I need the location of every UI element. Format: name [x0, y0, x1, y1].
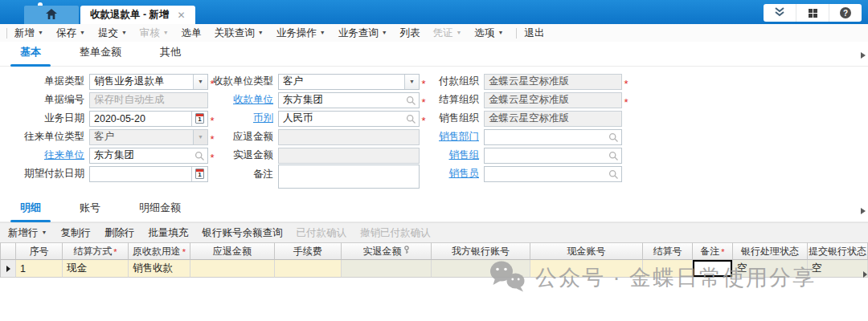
home-icon	[46, 8, 57, 22]
col-our-bank-account[interactable]: 我方银行账号	[432, 242, 530, 260]
col-actual-refund-amount[interactable]: 实退金额	[342, 242, 432, 260]
save-button[interactable]: 保存	[56, 26, 85, 40]
payment-org-input: 金蝶云星空标准版	[484, 74, 622, 90]
sales-dept-label[interactable]: 销售部门	[416, 130, 484, 144]
col-cash-account[interactable]: 现金账号	[530, 242, 643, 260]
cell-settlement-method[interactable]: 现金	[63, 260, 129, 278]
currency-lookup[interactable]: 人民币	[278, 111, 420, 127]
row-indicator[interactable]	[0, 260, 16, 278]
field-payment-org: 付款组织 金蝶云星空标准版	[416, 72, 630, 91]
payment-org-value: 金蝶云星空标准版	[489, 75, 569, 88]
salesperson-lookup[interactable]	[484, 166, 622, 182]
field-contact-unit: 往来单位 东方集团	[0, 146, 216, 165]
receipt-unit-label[interactable]: 收款单位	[201, 93, 278, 107]
submit-button[interactable]: 提交	[98, 26, 127, 40]
bill-no-value: 保存时自动生成	[94, 93, 165, 107]
search-icon[interactable]	[406, 114, 416, 127]
batch-fill-button[interactable]: 批量填充	[148, 226, 188, 240]
collapse-toolbar-button[interactable]	[764, 4, 796, 22]
search-icon[interactable]	[608, 132, 619, 145]
help-button[interactable]	[829, 4, 862, 22]
cell-settlement-no[interactable]	[643, 260, 693, 278]
cell-cash-account[interactable]	[530, 260, 643, 278]
list-button[interactable]: 列表	[400, 26, 420, 40]
salesperson-label[interactable]: 销售员	[416, 167, 484, 181]
exit-button[interactable]: 退出	[524, 26, 544, 40]
tab-close-icon[interactable]	[178, 10, 186, 20]
select-bill-button[interactable]: 选单	[182, 26, 202, 40]
toolbar-separator	[6, 28, 7, 39]
col-remark[interactable]: 备注	[693, 242, 733, 260]
expected-payment-date-input[interactable]	[89, 166, 208, 182]
sales-org-label: 销售组织	[416, 112, 484, 125]
form-column-2: 收款单位类型 客户 收款单位 东方集团 币别 人民币	[201, 72, 428, 192]
grid-scroll-arrow[interactable]	[863, 271, 867, 278]
col-refundable-amount[interactable]: 应退金额	[190, 242, 275, 260]
new-button[interactable]: 新增	[14, 26, 43, 40]
currency-label[interactable]: 币别	[201, 112, 278, 125]
receipt-unit-type-select[interactable]: 客户	[278, 74, 420, 90]
sales-dept-lookup[interactable]	[484, 129, 622, 145]
col-bank-process-status[interactable]: 银行处理状态	[733, 242, 808, 260]
field-refundable-amount: 应退金额	[201, 128, 428, 146]
col-settlement-method[interactable]: 结算方式	[63, 242, 129, 260]
cell-refundable-amount[interactable]	[190, 260, 275, 278]
tab-basic[interactable]: 基本	[10, 40, 51, 66]
app-header: 收款退款单 - 新增	[0, 0, 868, 24]
tab-detail[interactable]: 明细	[10, 196, 51, 221]
cell-seq[interactable]: 1	[16, 260, 63, 278]
col-seq[interactable]: 序号	[16, 242, 63, 260]
col-handling-fee[interactable]: 手续费	[275, 242, 342, 260]
tab-account[interactable]: 账号	[70, 196, 110, 221]
cell-original-receipt-purpose[interactable]: 销售收款	[129, 260, 190, 278]
bank-balance-query-button[interactable]: 银行账号余额查询	[202, 226, 282, 240]
lock-key-icon	[403, 246, 410, 257]
business-date-input[interactable]: 2020-05-20	[89, 111, 208, 127]
col-submit-bank-status[interactable]: 提交银行状态	[808, 242, 868, 260]
search-icon[interactable]	[608, 151, 619, 164]
search-icon[interactable]	[608, 169, 619, 182]
receipt-unit-lookup[interactable]: 东方集团	[278, 92, 420, 108]
cell-handling-fee[interactable]	[275, 260, 342, 278]
add-row-button[interactable]: 新增行	[8, 226, 47, 240]
search-icon[interactable]	[406, 95, 416, 108]
business-date-value: 2020-05-20	[94, 113, 145, 124]
bill-type-value: 销售业务退款单	[94, 75, 165, 88]
options-button[interactable]: 选项	[475, 26, 504, 40]
business-query-button[interactable]: 业务查询	[338, 26, 387, 40]
sales-group-label[interactable]: 销售组	[416, 148, 484, 162]
chevron-down-icon	[457, 27, 462, 39]
related-query-button[interactable]: 关联查询	[215, 26, 264, 40]
tab-receipt-refund-bill[interactable]: 收款退款单 - 新增	[80, 6, 195, 24]
remark-textarea[interactable]	[278, 165, 420, 189]
copy-row-button[interactable]: 复制行	[60, 226, 91, 240]
app-window: 收款退款单 - 新增 新增 保存 提交 审核 选单 关联查询 业务操作 业务查询	[0, 0, 868, 321]
strip-expand-icon[interactable]	[861, 52, 866, 59]
col-original-receipt-purpose[interactable]: 原收款用途	[129, 242, 190, 260]
settlement-org-input: 金蝶云星空标准版	[484, 92, 622, 108]
expected-payment-date-label: 期望付款日期	[0, 167, 89, 181]
field-bill-no: 单据编号 保存时自动生成	[0, 91, 216, 109]
col-settlement-no[interactable]: 结算号	[643, 242, 693, 260]
strip-expand-icon[interactable]	[861, 208, 866, 214]
home-tab[interactable]	[24, 6, 79, 24]
tab-detail-amount[interactable]: 明细金额	[129, 196, 190, 221]
delete-row-button[interactable]: 删除行	[104, 226, 135, 240]
cell-remark-focused[interactable]	[693, 260, 733, 278]
bill-type-select[interactable]: 销售业务退款单	[89, 74, 208, 90]
tab-total-amount[interactable]: 整单金额	[70, 40, 131, 66]
contact-unit-lookup[interactable]: 东方集团	[89, 148, 208, 164]
business-operation-button[interactable]: 业务操作	[276, 26, 326, 40]
form-column-1: 单据类型 销售业务退款单 单据编号 保存时自动生成 业务日期 2020-05-2…	[0, 72, 216, 183]
grid-data-row: 1 现金 销售收款 空 空	[0, 260, 868, 278]
actual-refund-amount-label: 实退金额	[201, 148, 278, 162]
grid-icon	[809, 9, 817, 18]
tab-other[interactable]: 其他	[150, 40, 190, 66]
chevron-down-icon	[320, 27, 326, 39]
receipt-unit-value: 东方集团	[283, 93, 323, 107]
apps-grid-button[interactable]	[796, 4, 829, 22]
sales-group-lookup[interactable]	[484, 148, 622, 164]
detail-grid: 序号 结算方式 原收款用途 应退金额 手续费 实退金额 我方银行账号 现金账号 …	[0, 242, 868, 278]
detail-tab-strip: 明细 账号 明细金额	[0, 197, 868, 222]
contact-unit-label[interactable]: 往来单位	[0, 148, 89, 162]
